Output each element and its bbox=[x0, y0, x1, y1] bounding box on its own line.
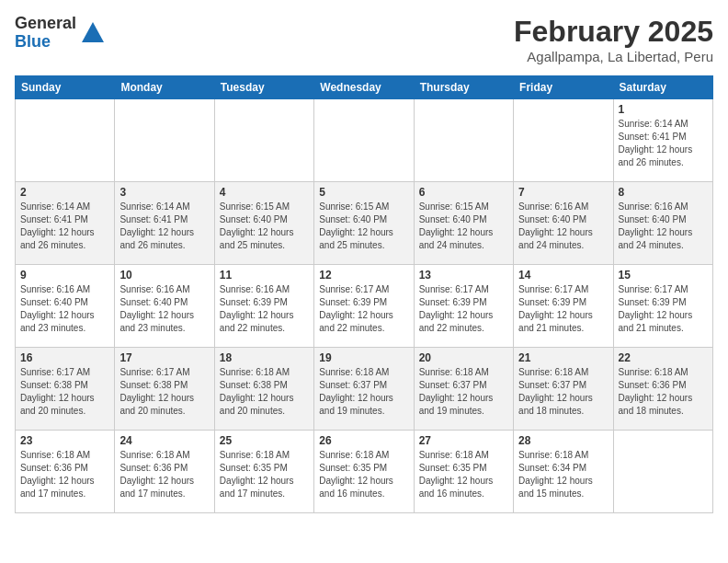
calendar-cell: 2Sunrise: 6:14 AM Sunset: 6:41 PM Daylig… bbox=[16, 182, 115, 265]
day-number: 23 bbox=[20, 434, 109, 447]
day-info: Sunrise: 6:18 AM Sunset: 6:37 PM Dayligh… bbox=[319, 366, 408, 418]
calendar-cell: 1Sunrise: 6:14 AM Sunset: 6:41 PM Daylig… bbox=[613, 99, 712, 182]
logo: General Blue bbox=[15, 15, 106, 52]
day-info: Sunrise: 6:17 AM Sunset: 6:39 PM Dayligh… bbox=[319, 283, 408, 335]
day-number: 18 bbox=[220, 351, 309, 364]
calendar-cell: 4Sunrise: 6:15 AM Sunset: 6:40 PM Daylig… bbox=[214, 182, 313, 265]
day-number: 1 bbox=[619, 103, 708, 116]
calendar-cell bbox=[514, 99, 613, 182]
day-number: 6 bbox=[419, 186, 508, 199]
day-number: 9 bbox=[20, 269, 109, 282]
calendar-cell: 14Sunrise: 6:17 AM Sunset: 6:39 PM Dayli… bbox=[514, 265, 613, 348]
weekday-header-friday: Friday bbox=[514, 76, 613, 99]
location: Agallpampa, La Libertad, Peru bbox=[514, 49, 713, 64]
day-number: 28 bbox=[518, 434, 608, 447]
calendar-week-1: 1Sunrise: 6:14 AM Sunset: 6:41 PM Daylig… bbox=[16, 99, 713, 182]
day-number: 16 bbox=[20, 351, 109, 364]
weekday-header-saturday: Saturday bbox=[613, 76, 712, 99]
day-number: 14 bbox=[518, 269, 608, 282]
day-info: Sunrise: 6:14 AM Sunset: 6:41 PM Dayligh… bbox=[119, 201, 209, 252]
day-number: 13 bbox=[419, 269, 508, 282]
calendar-cell: 9Sunrise: 6:16 AM Sunset: 6:40 PM Daylig… bbox=[16, 265, 115, 348]
day-number: 5 bbox=[319, 186, 408, 199]
title-block: February 2025 Agallpampa, La Libertad, P… bbox=[514, 15, 713, 64]
calendar-cell: 17Sunrise: 6:17 AM Sunset: 6:38 PM Dayli… bbox=[115, 348, 214, 431]
day-number: 19 bbox=[319, 351, 408, 364]
day-info: Sunrise: 6:17 AM Sunset: 6:38 PM Dayligh… bbox=[20, 366, 109, 418]
day-number: 10 bbox=[119, 269, 209, 282]
day-number: 25 bbox=[220, 434, 309, 447]
weekday-header-monday: Monday bbox=[115, 76, 214, 99]
day-info: Sunrise: 6:16 AM Sunset: 6:40 PM Dayligh… bbox=[20, 283, 109, 335]
calendar-cell bbox=[414, 99, 513, 182]
calendar-cell: 20Sunrise: 6:18 AM Sunset: 6:37 PM Dayli… bbox=[414, 348, 513, 431]
calendar-cell: 18Sunrise: 6:18 AM Sunset: 6:38 PM Dayli… bbox=[214, 348, 313, 431]
calendar-week-3: 9Sunrise: 6:16 AM Sunset: 6:40 PM Daylig… bbox=[16, 265, 713, 348]
calendar-cell: 8Sunrise: 6:16 AM Sunset: 6:40 PM Daylig… bbox=[613, 182, 712, 265]
day-info: Sunrise: 6:17 AM Sunset: 6:39 PM Dayligh… bbox=[619, 283, 708, 335]
weekday-header-tuesday: Tuesday bbox=[214, 76, 313, 99]
day-info: Sunrise: 6:16 AM Sunset: 6:40 PM Dayligh… bbox=[518, 201, 608, 252]
day-number: 15 bbox=[619, 269, 708, 282]
weekday-header-sunday: Sunday bbox=[16, 76, 115, 99]
calendar-cell bbox=[214, 99, 313, 182]
day-info: Sunrise: 6:18 AM Sunset: 6:37 PM Dayligh… bbox=[419, 366, 508, 418]
day-info: Sunrise: 6:18 AM Sunset: 6:35 PM Dayligh… bbox=[419, 449, 508, 500]
calendar-cell: 24Sunrise: 6:18 AM Sunset: 6:36 PM Dayli… bbox=[115, 431, 214, 513]
day-info: Sunrise: 6:15 AM Sunset: 6:40 PM Dayligh… bbox=[220, 201, 309, 252]
day-number: 21 bbox=[518, 351, 608, 364]
page-header: General Blue February 2025 Agallpampa, L… bbox=[15, 15, 713, 64]
day-number: 3 bbox=[119, 186, 209, 199]
day-info: Sunrise: 6:18 AM Sunset: 6:36 PM Dayligh… bbox=[619, 366, 708, 418]
logo-blue-text: Blue bbox=[15, 33, 76, 52]
day-number: 20 bbox=[419, 351, 508, 364]
day-info: Sunrise: 6:18 AM Sunset: 6:36 PM Dayligh… bbox=[20, 449, 109, 500]
calendar-cell: 16Sunrise: 6:17 AM Sunset: 6:38 PM Dayli… bbox=[16, 348, 115, 431]
calendar-cell: 21Sunrise: 6:18 AM Sunset: 6:37 PM Dayli… bbox=[514, 348, 613, 431]
calendar-cell: 3Sunrise: 6:14 AM Sunset: 6:41 PM Daylig… bbox=[115, 182, 214, 265]
day-info: Sunrise: 6:17 AM Sunset: 6:39 PM Dayligh… bbox=[419, 283, 508, 335]
logo-general-text: General bbox=[15, 15, 76, 33]
day-number: 8 bbox=[619, 186, 708, 199]
calendar-cell: 19Sunrise: 6:18 AM Sunset: 6:37 PM Dayli… bbox=[314, 348, 414, 431]
calendar-cell: 15Sunrise: 6:17 AM Sunset: 6:39 PM Dayli… bbox=[613, 265, 712, 348]
day-info: Sunrise: 6:18 AM Sunset: 6:35 PM Dayligh… bbox=[220, 449, 309, 500]
calendar-week-4: 16Sunrise: 6:17 AM Sunset: 6:38 PM Dayli… bbox=[16, 348, 713, 431]
day-info: Sunrise: 6:15 AM Sunset: 6:40 PM Dayligh… bbox=[319, 201, 408, 252]
day-number: 11 bbox=[220, 269, 309, 282]
weekday-header-thursday: Thursday bbox=[414, 76, 513, 99]
calendar-cell bbox=[613, 431, 712, 513]
day-info: Sunrise: 6:18 AM Sunset: 6:34 PM Dayligh… bbox=[518, 449, 608, 500]
calendar-week-2: 2Sunrise: 6:14 AM Sunset: 6:41 PM Daylig… bbox=[16, 182, 713, 265]
calendar-cell: 12Sunrise: 6:17 AM Sunset: 6:39 PM Dayli… bbox=[314, 265, 414, 348]
calendar-cell: 10Sunrise: 6:16 AM Sunset: 6:40 PM Dayli… bbox=[115, 265, 214, 348]
calendar-week-5: 23Sunrise: 6:18 AM Sunset: 6:36 PM Dayli… bbox=[16, 431, 713, 513]
calendar-cell: 28Sunrise: 6:18 AM Sunset: 6:34 PM Dayli… bbox=[514, 431, 613, 513]
day-info: Sunrise: 6:16 AM Sunset: 6:40 PM Dayligh… bbox=[119, 283, 209, 335]
calendar-cell bbox=[314, 99, 414, 182]
day-info: Sunrise: 6:18 AM Sunset: 6:35 PM Dayligh… bbox=[319, 449, 408, 500]
calendar-cell: 6Sunrise: 6:15 AM Sunset: 6:40 PM Daylig… bbox=[414, 182, 513, 265]
day-number: 26 bbox=[319, 434, 408, 447]
weekday-header-row: SundayMondayTuesdayWednesdayThursdayFrid… bbox=[16, 76, 713, 99]
calendar-table: SundayMondayTuesdayWednesdayThursdayFrid… bbox=[15, 75, 713, 513]
day-number: 12 bbox=[319, 269, 408, 282]
day-number: 7 bbox=[518, 186, 608, 199]
day-info: Sunrise: 6:17 AM Sunset: 6:39 PM Dayligh… bbox=[518, 283, 608, 335]
day-info: Sunrise: 6:14 AM Sunset: 6:41 PM Dayligh… bbox=[619, 118, 708, 169]
svg-marker-0 bbox=[82, 22, 104, 42]
calendar-cell bbox=[115, 99, 214, 182]
day-number: 4 bbox=[220, 186, 309, 199]
calendar-cell: 25Sunrise: 6:18 AM Sunset: 6:35 PM Dayli… bbox=[214, 431, 313, 513]
calendar-cell: 5Sunrise: 6:15 AM Sunset: 6:40 PM Daylig… bbox=[314, 182, 414, 265]
day-info: Sunrise: 6:18 AM Sunset: 6:38 PM Dayligh… bbox=[220, 366, 309, 418]
day-info: Sunrise: 6:16 AM Sunset: 6:40 PM Dayligh… bbox=[619, 201, 708, 252]
calendar-cell: 27Sunrise: 6:18 AM Sunset: 6:35 PM Dayli… bbox=[414, 431, 513, 513]
day-info: Sunrise: 6:15 AM Sunset: 6:40 PM Dayligh… bbox=[419, 201, 508, 252]
logo-icon bbox=[80, 20, 106, 46]
month-title: February 2025 bbox=[514, 15, 713, 49]
day-info: Sunrise: 6:14 AM Sunset: 6:41 PM Dayligh… bbox=[20, 201, 109, 252]
day-number: 24 bbox=[119, 434, 209, 447]
day-number: 27 bbox=[419, 434, 508, 447]
calendar-cell: 26Sunrise: 6:18 AM Sunset: 6:35 PM Dayli… bbox=[314, 431, 414, 513]
